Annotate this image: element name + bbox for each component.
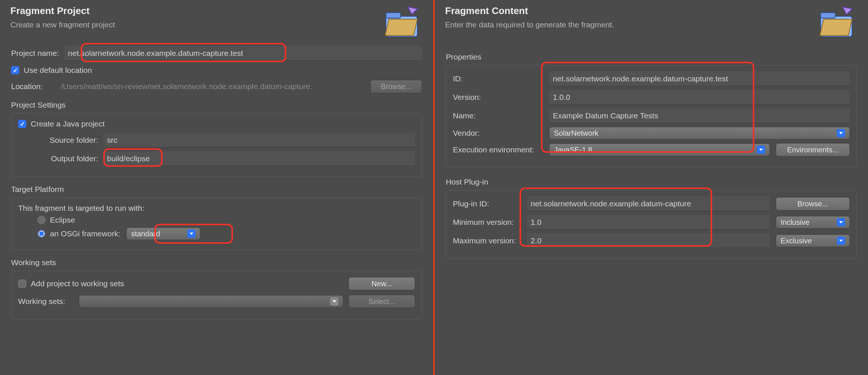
output-folder-label: Output folder:: [40, 154, 103, 163]
name-input[interactable]: [549, 108, 850, 123]
svg-rect-3: [821, 13, 835, 18]
min-version-input[interactable]: [527, 215, 770, 230]
create-java-project-checkbox[interactable]: ✓: [18, 120, 26, 128]
chevron-down-icon: [757, 146, 765, 154]
location-label: Location:: [11, 82, 52, 91]
add-to-working-sets-label: Add project to working sets: [31, 279, 124, 288]
svg-rect-1: [386, 13, 401, 18]
fragment-project-pane: Fragment Project Create a new fragment p…: [0, 0, 433, 375]
plugin-id-input[interactable]: [527, 196, 770, 211]
browse-button: Browse...: [370, 80, 422, 93]
new-button[interactable]: New...: [348, 277, 415, 290]
create-java-project-label: Create a Java project: [31, 119, 105, 128]
working-sets-title: Working sets: [11, 258, 422, 267]
host-plugin-group: Plug-in ID: Browse... Minimum version: I…: [446, 190, 857, 259]
page-subtitle: Create a new fragment project: [10, 20, 115, 29]
eclipse-radio[interactable]: [37, 216, 46, 224]
project-settings-group: ✓ Create a Java project Source folder: O…: [11, 113, 422, 177]
max-version-input[interactable]: [527, 233, 770, 248]
wizard-folder-icon: [382, 5, 423, 38]
project-name-input[interactable]: [64, 46, 422, 61]
exec-env-label: Execution environment:: [453, 145, 549, 154]
page-title: Fragment Content: [445, 5, 614, 17]
max-version-mode-select[interactable]: Exclusive: [776, 234, 850, 247]
osgi-framework-value: standard: [131, 230, 160, 238]
id-input[interactable]: [549, 71, 850, 86]
properties-title: Properties: [446, 53, 857, 61]
osgi-framework-select[interactable]: standard: [126, 227, 200, 240]
min-version-mode-select[interactable]: Inclusive: [776, 216, 850, 229]
eclipse-radio-label: Eclipse: [50, 216, 75, 224]
vendor-value: SolarNetwork: [554, 129, 598, 138]
add-to-working-sets-checkbox[interactable]: [18, 280, 26, 288]
fragment-content-pane: Fragment Content Enter the data required…: [435, 0, 868, 375]
osgi-radio-label: an OSGi framework:: [50, 229, 120, 238]
use-default-location-label: Use default location: [24, 66, 92, 75]
version-label: Version:: [453, 93, 549, 102]
max-version-mode-value: Exclusive: [781, 237, 812, 245]
source-folder-input[interactable]: [103, 133, 415, 148]
project-name-label: Project name:: [11, 49, 59, 58]
vendor-label: Vendor:: [453, 129, 549, 138]
min-version-label: Minimum version:: [453, 218, 527, 227]
page-subtitle: Enter the data required to generate the …: [445, 20, 614, 29]
vendor-select[interactable]: SolarNetwork: [549, 127, 850, 139]
chevron-down-icon: [837, 237, 845, 245]
host-plugin-title: Host Plug-in: [446, 178, 857, 186]
working-sets-label: Working sets:: [18, 297, 74, 306]
wizard-folder-icon: [817, 5, 858, 38]
output-folder-input[interactable]: [103, 151, 415, 166]
source-folder-label: Source folder:: [40, 136, 103, 145]
name-label: Name:: [453, 111, 549, 120]
browse-plugin-button[interactable]: Browse...: [776, 197, 850, 210]
project-settings-title: Project Settings: [11, 101, 422, 109]
working-sets-select: [79, 295, 343, 308]
environments-button[interactable]: Environments...: [776, 143, 850, 156]
location-input: [57, 79, 365, 94]
page-title: Fragment Project: [10, 5, 115, 17]
target-platform-group: This fragment is targeted to run with: E…: [11, 197, 422, 250]
min-version-mode-value: Inclusive: [781, 218, 809, 227]
max-version-label: Maximum version:: [453, 236, 527, 245]
header-left: Fragment Project Create a new fragment p…: [0, 0, 433, 38]
chevron-down-icon: [837, 218, 845, 226]
chevron-down-icon: [837, 129, 845, 137]
target-platform-title: Target Platform: [11, 185, 422, 194]
osgi-radio[interactable]: [37, 230, 46, 238]
header-right: Fragment Content Enter the data required…: [435, 0, 868, 38]
exec-env-select[interactable]: JavaSE-1.8: [549, 143, 770, 156]
select-button: Select...: [348, 295, 415, 308]
chevron-down-icon: [330, 297, 338, 305]
chevron-down-icon: [187, 230, 196, 238]
plugin-id-label: Plug-in ID:: [453, 199, 527, 208]
properties-group: ID: Version: Name: Vendor: SolarNetwork …: [446, 65, 857, 167]
target-text: This fragment is targeted to run with:: [18, 204, 415, 213]
exec-env-value: JavaSE-1.8: [554, 146, 592, 154]
working-sets-group: Add project to working sets New... Worki…: [11, 271, 422, 320]
id-label: ID:: [453, 74, 549, 83]
version-input[interactable]: [549, 90, 850, 105]
use-default-location-checkbox[interactable]: ✓: [11, 66, 19, 74]
